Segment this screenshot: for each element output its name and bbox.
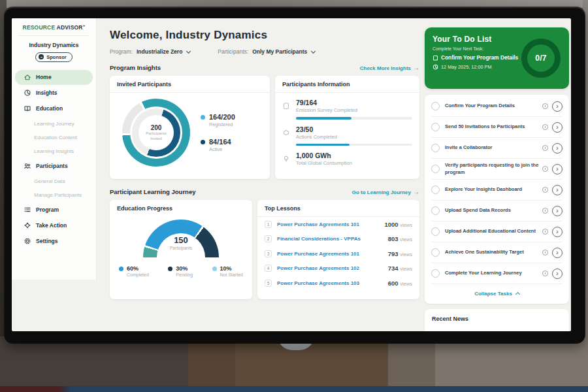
- sidebar-item-general-data[interactable]: General Data: [12, 174, 96, 188]
- sidebar-item-label: Learning Insights: [34, 148, 74, 154]
- legend-value: 10%: [220, 265, 243, 272]
- task-chevron-button[interactable]: ›: [552, 143, 563, 154]
- sidebar-item-label: Learning Journey: [34, 121, 74, 127]
- sidebar-item-label: Program: [34, 206, 59, 213]
- gauge-center-label: Participants: [143, 246, 219, 250]
- lesson-link[interactable]: Power Purchase Agreements 101: [272, 221, 384, 227]
- lesson-link[interactable]: Power Purchase Agreements 103: [272, 280, 388, 286]
- task-checkbox[interactable]: [431, 227, 440, 236]
- clock-icon: [542, 124, 548, 130]
- lesson-rank: 1: [265, 221, 272, 228]
- sponsor-icon: [39, 54, 44, 59]
- sidebar-item-label: Education: [34, 105, 63, 112]
- collapse-label: Collapse Tasks: [474, 291, 512, 297]
- lesson-link[interactable]: Financial Considerations - VPPAs: [272, 236, 388, 242]
- clock-icon: [542, 166, 548, 172]
- lesson-views: 1000: [384, 221, 398, 228]
- screen: RESOURCE ADVISOR+ Industry Dynamics Spon…: [12, 18, 571, 331]
- task-checkbox[interactable]: [431, 186, 440, 194]
- sidebar-item-manage-participants[interactable]: Manage Participants: [12, 188, 96, 202]
- legend-label: Completed: [127, 272, 149, 277]
- chevron-down-icon[interactable]: [186, 48, 191, 53]
- people-icon: [24, 162, 34, 170]
- legend-item-completed: 60% Completed: [119, 265, 149, 277]
- legend-label: Active: [209, 146, 231, 152]
- sidebar: RESOURCE ADVISOR+ Industry Dynamics Spon…: [12, 18, 97, 280]
- sidebar-item-learning-insights[interactable]: Learning Insights: [12, 144, 96, 158]
- invited-participants-card: Invited Participants 200 Participants In…: [110, 76, 270, 179]
- sidebar-item-take-action[interactable]: Take Action: [15, 218, 93, 233]
- task-chevron-button[interactable]: ›: [552, 164, 563, 174]
- clock-icon: [542, 145, 548, 151]
- education-progress-card: Education Progress 150 Participants 60%: [110, 200, 252, 299]
- participants-information-card: Participants Information 79/164 Emission…: [275, 76, 419, 179]
- stat-value: 1,000 GWh: [296, 152, 352, 159]
- chevron-down-icon[interactable]: [311, 48, 316, 53]
- card-title: Top Lessons: [265, 205, 412, 212]
- sidebar-item-insights[interactable]: Insights: [15, 86, 93, 101]
- todo-next-task: Confirm Your Program Details: [441, 54, 518, 61]
- lesson-row: 1 Power Purchase Agreements 101 1000 vie…: [265, 217, 412, 232]
- lesson-rank: 5: [265, 280, 272, 287]
- lesson-rank: 4: [265, 265, 272, 272]
- lesson-link[interactable]: Power Purchase Agreements 102: [272, 265, 388, 271]
- gauge-legend: 60% Completed 30% Pending 10% Not Starte…: [117, 265, 245, 277]
- lesson-views: 793: [388, 250, 399, 257]
- sidebar-item-education-content[interactable]: Education Content: [12, 131, 96, 144]
- sidebar-item-learning-journey[interactable]: Learning Journey: [12, 117, 96, 131]
- sidebar-item-participants[interactable]: Participants: [15, 159, 93, 174]
- sidebar-item-settings[interactable]: Settings: [15, 234, 93, 249]
- task-chevron-button[interactable]: ›: [552, 269, 563, 279]
- home-icon: [24, 73, 34, 81]
- legend-label: Registered: [209, 122, 235, 127]
- collapse-tasks-link[interactable]: Collapse Tasks: [431, 284, 563, 302]
- task-checkbox[interactable]: [431, 248, 440, 257]
- sidebar-item-label: Home: [34, 74, 52, 80]
- stat-value: 79/164: [296, 99, 357, 106]
- todo-due-date: 12 May 2025, 12:00 PM: [441, 64, 491, 70]
- task-row: Upload Additional Educational Content ›: [431, 221, 563, 242]
- legend-dot: [119, 267, 123, 271]
- clock-icon: [542, 208, 548, 214]
- task-checkbox[interactable]: [431, 102, 440, 110]
- task-chevron-button[interactable]: ›: [552, 185, 563, 195]
- task-label: Confirm Your Program Details: [440, 103, 542, 110]
- task-label: Explore Your Insights Dashboard: [440, 186, 542, 193]
- sidebar-item-home[interactable]: Home: [15, 70, 93, 85]
- task-chevron-button[interactable]: ›: [552, 248, 563, 258]
- sidebar-item-label: Insights: [34, 90, 57, 96]
- participants-filter-value[interactable]: Only My Participants: [252, 48, 307, 55]
- program-filter-value[interactable]: Industrialize Zero: [137, 48, 182, 55]
- sidebar-item-label: General Data: [34, 178, 65, 184]
- clock-icon: [433, 64, 438, 70]
- lesson-row: 4 Power Purchase Agreements 102 734 view…: [265, 261, 412, 276]
- todo-task-list: Confirm Your Program Details › Send 50 I…: [425, 95, 569, 304]
- sponsor-badge[interactable]: Sponsor: [35, 52, 72, 62]
- task-chevron-button[interactable]: ›: [552, 206, 563, 216]
- task-chevron-button[interactable]: ›: [552, 101, 563, 112]
- progress-bar: [296, 144, 412, 146]
- task-checkbox[interactable]: [431, 269, 440, 278]
- task-checkbox[interactable]: [431, 144, 440, 152]
- program-insights-header: Program Insights Check More Insights→: [110, 64, 419, 71]
- task-checkbox[interactable]: [431, 123, 440, 131]
- legend-value: 164/200: [209, 113, 235, 121]
- background-bottom-strip: [0, 386, 588, 392]
- task-row: Verify participants requesting to join t…: [431, 159, 563, 180]
- lesson-views-suffix: views: [400, 281, 412, 287]
- go-to-learning-journey-link[interactable]: Go to Learning Journey→: [352, 188, 419, 195]
- donut-center-value: 200: [151, 124, 162, 131]
- sidebar-item-program[interactable]: Program: [15, 203, 93, 218]
- lesson-link[interactable]: Power Purchase Agreements 101: [272, 251, 388, 257]
- task-chevron-button[interactable]: ›: [552, 122, 563, 133]
- sponsor-badge-label: Sponsor: [46, 54, 66, 60]
- task-label: Upload Additional Educational Content: [440, 228, 542, 235]
- learning-journey-header: Participant Learning Journey Go to Learn…: [110, 188, 419, 195]
- task-checkbox[interactable]: [431, 165, 440, 173]
- sidebar-item-education[interactable]: Education: [15, 101, 93, 116]
- task-chevron-button[interactable]: ›: [552, 227, 563, 237]
- legend-dot: [201, 140, 205, 144]
- task-checkbox[interactable]: [431, 206, 440, 215]
- card-title: Recent News: [432, 316, 562, 322]
- check-more-insights-link[interactable]: Check More Insights→: [360, 64, 419, 71]
